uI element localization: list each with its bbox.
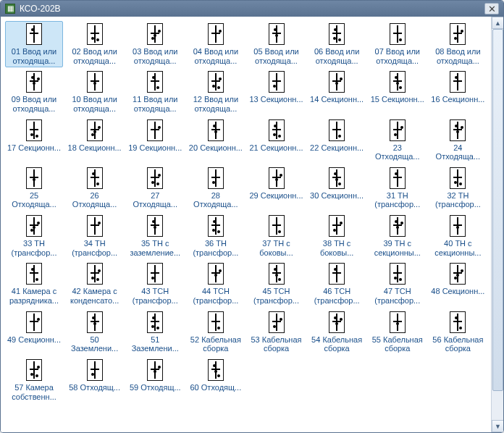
list-item[interactable]: 46 ТСН (трансфор... bbox=[308, 261, 366, 307]
schematic-thumbnail bbox=[329, 263, 345, 285]
list-item[interactable]: 53 Кабельная сборка bbox=[248, 309, 306, 356]
item-label: 57 Камера собственн... bbox=[7, 383, 62, 401]
list-item[interactable]: 47 ТСН (трансфор... bbox=[369, 261, 427, 307]
list-item[interactable]: 36 ТН (трансфор... bbox=[187, 213, 245, 259]
schematic-thumbnail bbox=[450, 167, 466, 189]
list-item[interactable]: 44 ТСН (трансфор... bbox=[187, 261, 245, 307]
schematic-thumbnail bbox=[208, 263, 224, 285]
list-item[interactable]: 16 Секционн... bbox=[429, 69, 487, 115]
item-label: 60 Отходящ... bbox=[188, 383, 243, 392]
schematic-thumbnail bbox=[269, 23, 285, 45]
list-item[interactable]: 06 Ввод или отходяща... bbox=[308, 21, 366, 67]
list-item[interactable]: 54 Кабельная сборка bbox=[308, 309, 366, 356]
list-item[interactable]: 31 ТН (трансфор... bbox=[369, 165, 427, 211]
list-item[interactable]: 56 Кабельная сборка bbox=[429, 309, 487, 356]
list-item[interactable]: 08 Ввод или отходяща... bbox=[429, 21, 487, 67]
list-item[interactable]: 34 ТН (трансфор... bbox=[66, 213, 124, 259]
list-item[interactable]: 37 ТН с боковы... bbox=[248, 213, 306, 259]
list-item[interactable]: 41 Камера с разрядника... bbox=[5, 261, 63, 307]
scroll-up-button[interactable]: ▲ bbox=[492, 17, 504, 29]
vertical-scrollbar[interactable]: ▲ ▼ bbox=[491, 17, 503, 432]
items-viewport[interactable]: 01 Ввод или отходяща...02 Ввод или отход… bbox=[1, 17, 491, 432]
schematic-thumbnail bbox=[390, 167, 406, 189]
scroll-down-button[interactable]: ▼ bbox=[492, 420, 504, 432]
schematic-thumbnail bbox=[390, 119, 406, 141]
list-item[interactable]: 13 Секционн... bbox=[248, 69, 306, 115]
list-item[interactable]: 25 Отходяща... bbox=[5, 165, 63, 211]
schematic-thumbnail bbox=[450, 215, 466, 237]
schematic-thumbnail bbox=[147, 71, 163, 93]
list-item[interactable]: 55 Кабельная сборка bbox=[369, 309, 427, 356]
list-item[interactable]: 48 Секционн... bbox=[429, 261, 487, 307]
list-item[interactable]: 01 Ввод или отходяща... bbox=[5, 21, 63, 67]
schematic-thumbnail bbox=[390, 263, 406, 285]
list-item[interactable]: 17 Секционн... bbox=[5, 117, 63, 164]
list-item[interactable]: 43 ТСН (трансфор... bbox=[126, 261, 184, 307]
list-item[interactable]: 59 Отходящ... bbox=[126, 357, 184, 403]
list-item[interactable]: 03 Ввод или отходяща... bbox=[126, 21, 184, 67]
list-item[interactable]: 14 Секционн... bbox=[308, 69, 366, 115]
list-item[interactable]: 26 Отходяща... bbox=[66, 165, 124, 211]
item-label: 38 ТН с боковы... bbox=[309, 239, 364, 257]
list-item[interactable]: 23 Отходяща... bbox=[369, 117, 427, 164]
list-item[interactable]: 32 ТН (трансфор... bbox=[429, 165, 487, 211]
schematic-thumbnail bbox=[208, 215, 224, 237]
schematic-thumbnail bbox=[269, 167, 285, 189]
list-item[interactable]: 07 Ввод или отходяща... bbox=[369, 21, 427, 67]
item-label: 05 Ввод или отходяща... bbox=[249, 47, 304, 65]
list-item[interactable]: 21 Секционн... bbox=[248, 117, 306, 164]
schematic-thumbnail bbox=[26, 23, 42, 45]
schematic-thumbnail bbox=[87, 23, 103, 45]
list-item[interactable]: 57 Камера собственн... bbox=[5, 357, 63, 403]
list-item[interactable]: 42 Камера с конденсато... bbox=[66, 261, 124, 307]
item-label: 59 Отходящ... bbox=[127, 383, 182, 392]
list-item[interactable]: 30 Секционн... bbox=[308, 165, 366, 211]
list-item[interactable]: 15 Секционн... bbox=[369, 69, 427, 115]
schematic-thumbnail bbox=[269, 311, 285, 333]
list-item[interactable]: 11 Ввод или отходяща... bbox=[126, 69, 184, 115]
schematic-thumbnail bbox=[26, 359, 42, 381]
item-label: 19 Секционн... bbox=[127, 143, 182, 153]
list-item[interactable]: 10 Ввод или отходяща... bbox=[66, 69, 124, 115]
item-label: 15 Секционн... bbox=[370, 95, 425, 104]
list-item[interactable]: 38 ТН с боковы... bbox=[308, 213, 366, 259]
list-item[interactable]: 45 ТСН (трансфор... bbox=[248, 261, 306, 307]
list-item[interactable]: 51 Заземлени... bbox=[126, 309, 184, 356]
item-label: 37 ТН с боковы... bbox=[249, 239, 304, 257]
close-button[interactable]: ✕ bbox=[484, 3, 499, 14]
list-item[interactable]: 24 Отходяща... bbox=[429, 117, 487, 164]
list-item[interactable]: 27 Отходяща... bbox=[126, 165, 184, 211]
list-item[interactable]: 40 ТН с секционны... bbox=[429, 213, 487, 259]
list-item[interactable]: 52 Кабельная сборка bbox=[187, 309, 245, 356]
list-item[interactable]: 58 Отходящ... bbox=[66, 357, 124, 403]
schematic-thumbnail bbox=[87, 359, 103, 381]
item-label: 43 ТСН (трансфор... bbox=[127, 287, 182, 305]
list-item[interactable]: 22 Секционн... bbox=[308, 117, 366, 164]
item-label: 48 Секционн... bbox=[430, 287, 485, 296]
list-item[interactable]: 60 Отходящ... bbox=[187, 357, 245, 403]
list-item[interactable]: 35 ТН с заземление... bbox=[126, 213, 184, 259]
list-item[interactable]: 33 ТН (трансфор... bbox=[5, 213, 63, 259]
list-item[interactable]: 02 Ввод или отходяща... bbox=[66, 21, 124, 67]
list-item[interactable]: 28 Отходяща... bbox=[187, 165, 245, 211]
item-label: 27 Отходяща... bbox=[127, 191, 182, 209]
list-item[interactable]: 04 Ввод или отходяща... bbox=[187, 21, 245, 67]
schematic-thumbnail bbox=[329, 71, 345, 93]
list-item[interactable]: 09 Ввод или отходяща... bbox=[5, 69, 63, 115]
schematic-thumbnail bbox=[450, 71, 466, 93]
items-grid: 01 Ввод или отходяща...02 Ввод или отход… bbox=[5, 21, 488, 403]
schematic-thumbnail bbox=[329, 119, 345, 141]
list-item[interactable]: 39 ТН с секционны... bbox=[369, 213, 427, 259]
scrollbar-thumb[interactable] bbox=[492, 29, 503, 391]
schematic-thumbnail bbox=[390, 71, 406, 93]
list-item[interactable]: 49 Секционн... bbox=[5, 309, 63, 356]
list-item[interactable]: 50 Заземлени... bbox=[66, 309, 124, 356]
list-item[interactable]: 12 Ввод или отходяща... bbox=[187, 69, 245, 115]
list-item[interactable]: 20 Секционн... bbox=[187, 117, 245, 164]
schematic-thumbnail bbox=[208, 167, 224, 189]
list-item[interactable]: 19 Секционн... bbox=[126, 117, 184, 164]
list-item[interactable]: 29 Секционн... bbox=[248, 165, 306, 211]
list-item[interactable]: 05 Ввод или отходяща... bbox=[248, 21, 306, 67]
item-label: 39 ТН с секционны... bbox=[370, 239, 425, 257]
list-item[interactable]: 18 Секционн... bbox=[66, 117, 124, 164]
